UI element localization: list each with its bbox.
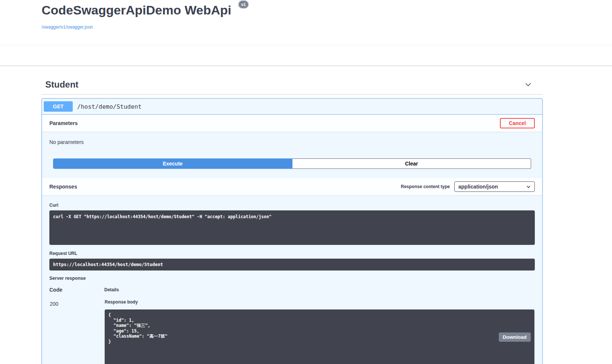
request-url-label: Request URL [49, 251, 535, 256]
response-body: { "id": 1, "name": "张三", "age": 15, "cla… [105, 309, 534, 364]
execute-wrapper: Execute Clear [42, 158, 542, 178]
opblock-get-student: GET /host/demo/Student Parameters Cancel… [42, 98, 543, 364]
response-body-wrap: { "id": 1, "name": "张三", "age": 15, "cla… [105, 309, 534, 364]
curl-label: Curl [49, 203, 535, 208]
request-url-value: https://localhost:44354/host/demo/Studen… [49, 259, 535, 270]
responses-inner: Curl curl -X GET "https://localhost:4435… [42, 195, 542, 364]
api-info-section: CodeSwaggerApiDemo WebApi v1 /swagger/v1… [0, 0, 612, 45]
responses-header: Responses Response content type applicat… [42, 178, 542, 195]
response-body-label: Response body [105, 299, 534, 305]
cancel-button[interactable]: Cancel [500, 118, 535, 128]
no-parameters-text: No parameters [42, 132, 542, 158]
operation-path: /host/demo/Student [77, 103, 141, 110]
tag-header-student[interactable]: Student [42, 76, 543, 95]
code-column-header: Code [49, 282, 104, 296]
responses-table: Code Details 200 Response body { "id [49, 282, 535, 364]
clear-button[interactable]: Clear [292, 158, 531, 169]
swagger-page: CodeSwaggerApiDemo WebApi v1 /swagger/v1… [0, 0, 612, 364]
details-column-header: Details [104, 282, 535, 296]
curl-command: curl -X GET "https://localhost:44354/hos… [49, 210, 535, 245]
api-title: CodeSwaggerApiDemo WebApi v1 [42, 3, 543, 17]
request-url-section: Request URL https://localhost:44354/host… [49, 251, 535, 270]
execute-button[interactable]: Execute [53, 158, 292, 169]
download-button[interactable]: Download [499, 332, 531, 342]
table-row: 200 Response body { "id": 1, "name": "张三… [49, 296, 535, 364]
opblock-summary[interactable]: GET /host/demo/Student [42, 99, 542, 115]
parameters-title: Parameters [49, 120, 78, 126]
content-type-label: Response content type [401, 184, 450, 189]
chevron-down-icon[interactable] [524, 81, 532, 89]
responses-table-head: Code Details [49, 282, 535, 296]
responses-section: Responses Response content type applicat… [42, 178, 542, 364]
response-content-type-select[interactable]: application/json [454, 181, 535, 192]
api-title-text: CodeSwaggerApiDemo WebApi [42, 3, 231, 17]
curl-section: Curl curl -X GET "https://localhost:4435… [49, 203, 535, 245]
parameters-header: Parameters Cancel [42, 115, 542, 132]
server-response-label: Server response [49, 276, 535, 281]
scheme-bar [0, 45, 612, 66]
content-type-wrap: Response content type application/json [401, 181, 535, 192]
operations-container: Student GET /host/demo/Student Parameter… [42, 66, 543, 364]
response-details-cell: Response body { "id": 1, "name": "张三", "… [104, 296, 535, 364]
method-badge: GET [44, 101, 73, 112]
spec-link[interactable]: /swagger/v1/swagger.json [42, 24, 93, 30]
tag-title: Student [45, 79, 78, 90]
response-code: 200 [49, 296, 104, 364]
content-type-value: application/json [458, 184, 498, 190]
select-chevron-icon [526, 184, 531, 189]
parameters-section: Parameters Cancel No parameters Execute … [42, 115, 542, 178]
responses-title: Responses [49, 184, 77, 190]
version-badge: v1 [239, 1, 248, 8]
